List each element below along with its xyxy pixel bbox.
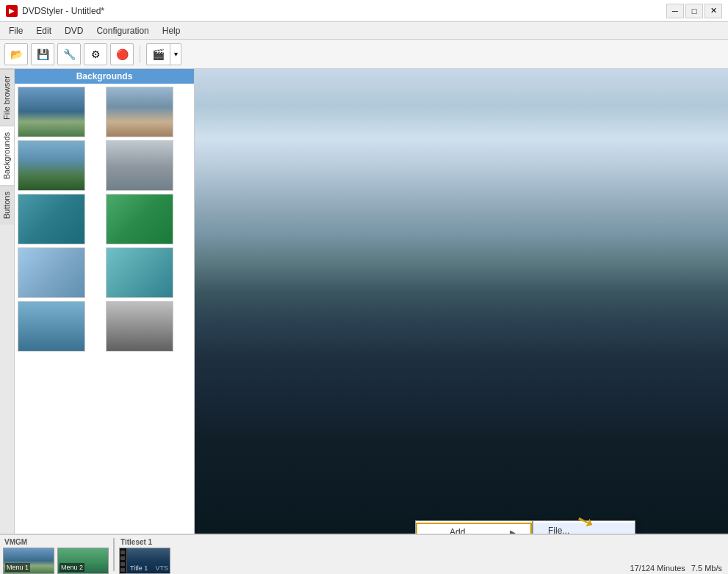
- status-bar: 17/124 Minutes 7.5 Mb/s: [624, 562, 728, 574]
- toolbar-settings-button[interactable]: 🔧: [57, 43, 81, 65]
- toolbar-save-button[interactable]: 💾: [31, 43, 54, 65]
- thumbnail-green[interactable]: [106, 194, 173, 244]
- ctx-add-arrow: ▶: [510, 528, 516, 534]
- canvas-image: [195, 69, 728, 534]
- thumbnail-mountain[interactable]: [106, 87, 173, 137]
- menu-file[interactable]: File: [3, 24, 29, 37]
- toolbar-new-button[interactable]: 📂: [4, 43, 28, 65]
- vmgm-label: VMGM: [3, 538, 27, 546]
- app-icon: ▶: [6, 5, 18, 17]
- thumbnail-blue-grad[interactable]: [18, 301, 85, 352]
- sidebar-tab-buttons[interactable]: Buttons: [0, 185, 14, 225]
- panel-divider: [113, 538, 115, 571]
- titleset-section: Titleset 1 VTS Title 1: [119, 538, 170, 571]
- context-menu: Add ▶ Move ▶ ⎘ Copy 📋 Paste ✕ Delete: [415, 520, 533, 534]
- film-hole-4: [120, 568, 125, 572]
- menu-bar: File Edit DVD Configuration Help: [0, 22, 728, 40]
- window-controls: ─ □ ✕: [666, 4, 722, 18]
- menu-configuration[interactable]: Configuration: [90, 24, 154, 37]
- title1-label: Title 1: [130, 564, 148, 572]
- panel-header: Backgrounds: [15, 69, 194, 84]
- menu-help[interactable]: Help: [156, 24, 187, 37]
- film-strip: [120, 548, 127, 574]
- menu1-thumbnail[interactable]: Menu 1: [3, 548, 54, 574]
- menu-dvd[interactable]: DVD: [59, 24, 89, 37]
- ctx-item-add[interactable]: Add ▶: [416, 523, 532, 534]
- title-bar-left: ▶ DVDStyler - Untitled*: [6, 5, 104, 17]
- sub-file-label: File...: [548, 526, 569, 534]
- close-button[interactable]: ✕: [704, 4, 722, 18]
- menu-edit[interactable]: Edit: [30, 24, 57, 37]
- left-panel: Backgrounds: [15, 69, 195, 534]
- thumbnail-foggy[interactable]: [106, 140, 173, 191]
- status-time: 17/124 Minutes: [630, 564, 685, 573]
- menu2-thumbnail[interactable]: Menu 2: [57, 548, 109, 574]
- menus-row: Menu 1 Menu 2: [3, 548, 109, 574]
- maximize-button[interactable]: □: [685, 4, 703, 18]
- status-size: 7.5 Mb/s: [691, 564, 722, 573]
- titleset-menus-row: VTS Title 1: [119, 548, 170, 574]
- title1-thumbnail[interactable]: VTS Title 1: [119, 548, 170, 574]
- film-hole-2: [120, 556, 125, 560]
- sidebar-tab-backgrounds[interactable]: Backgrounds: [0, 126, 14, 185]
- thumbnail-teal[interactable]: [18, 194, 85, 244]
- bottom-panel: VMGM Menu 1 Menu 2 Titleset 1: [0, 534, 728, 574]
- toolbar: 📂 💾 🔧 ⚙ 🔴 🎬 ▾: [0, 40, 728, 69]
- thumbnail-teal-light[interactable]: [106, 247, 173, 298]
- menu1-label: Menu 1: [5, 563, 30, 572]
- main-layout: File browser Backgrounds Buttons Backgro…: [0, 69, 728, 534]
- vts-label: VTS: [155, 564, 168, 572]
- vmgm-section: VMGM Menu 1 Menu 2: [3, 538, 109, 571]
- thumbnail-blue-light[interactable]: [18, 247, 85, 298]
- thumbnails-grid: [15, 84, 194, 534]
- thumbnail-coastal[interactable]: [18, 87, 85, 137]
- toolbar-prefs-button[interactable]: ⚙: [84, 43, 107, 65]
- film-hole-1: [120, 551, 125, 554]
- title-bar: ▶ DVDStyler - Untitled* ─ □ ✕: [0, 0, 728, 22]
- film-hole-3: [120, 562, 125, 566]
- titleset-label: Titleset 1: [119, 538, 170, 546]
- toolbar-add-dropdown[interactable]: 🎬 ▾: [146, 43, 181, 65]
- toolbar-separator: [140, 46, 140, 63]
- sidebar-tabs: File browser Backgrounds Buttons: [0, 69, 15, 534]
- ctx-add-label: Add: [450, 527, 465, 534]
- canvas-area[interactable]: Add ▶ Move ▶ ⎘ Copy 📋 Paste ✕ Delete: [195, 69, 728, 534]
- sidebar-tab-file-browser[interactable]: File browser: [0, 69, 14, 126]
- toolbar-add-icon: 🎬: [147, 44, 170, 65]
- window-title: DVDStyler - Untitled*: [22, 6, 104, 16]
- dropdown-arrow-icon: ▾: [170, 44, 181, 65]
- panel-scroll-container: [15, 84, 194, 534]
- thumbnail-island[interactable]: [18, 140, 85, 191]
- toolbar-burn-button[interactable]: 🔴: [110, 43, 134, 65]
- minimize-button[interactable]: ─: [666, 4, 684, 18]
- thumbnail-gray-grad[interactable]: [106, 301, 173, 352]
- menu2-label: Menu 2: [60, 563, 84, 572]
